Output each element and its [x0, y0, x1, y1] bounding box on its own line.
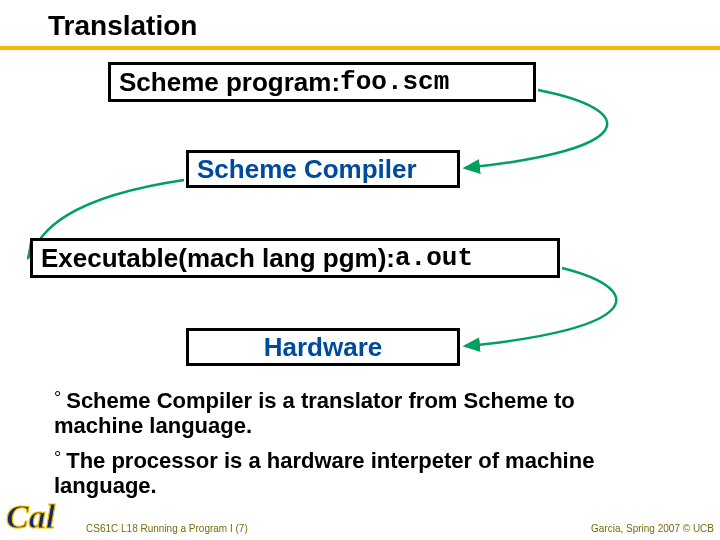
bullet-icon: °: [54, 388, 66, 408]
bullet-2-text: The processor is a hardware interpeter o…: [54, 448, 594, 498]
bullet-1: ° Scheme Compiler is a translator from S…: [54, 388, 654, 439]
title-underline: [0, 46, 720, 50]
hardware-label: Hardware: [264, 332, 383, 363]
bullet-icon: °: [54, 448, 66, 468]
box-scheme-program: Scheme program: foo.scm: [108, 62, 536, 102]
bullet-2: ° The processor is a hardware interpeter…: [54, 448, 694, 499]
footer-right: Garcia, Spring 2007 © UCB: [591, 523, 714, 534]
slide-title: Translation: [48, 10, 197, 42]
compiler-label: Scheme Compiler: [197, 154, 417, 185]
box-scheme-compiler: Scheme Compiler: [186, 150, 460, 188]
bullet-1-text: Scheme Compiler is a translator from Sch…: [54, 388, 575, 438]
footer-left: CS61C L18 Running a Program I (7): [86, 523, 248, 534]
program-file: foo.scm: [340, 67, 449, 97]
svg-text:Cal: Cal: [6, 498, 56, 535]
cal-logo: Cal: [2, 490, 82, 538]
box-hardware: Hardware: [186, 328, 460, 366]
exec-file: a.out: [395, 243, 473, 273]
box-executable: Executable(mach lang pgm): a.out: [30, 238, 560, 278]
exec-label: Executable(mach lang pgm):: [41, 243, 395, 274]
program-label: Scheme program:: [119, 67, 340, 98]
